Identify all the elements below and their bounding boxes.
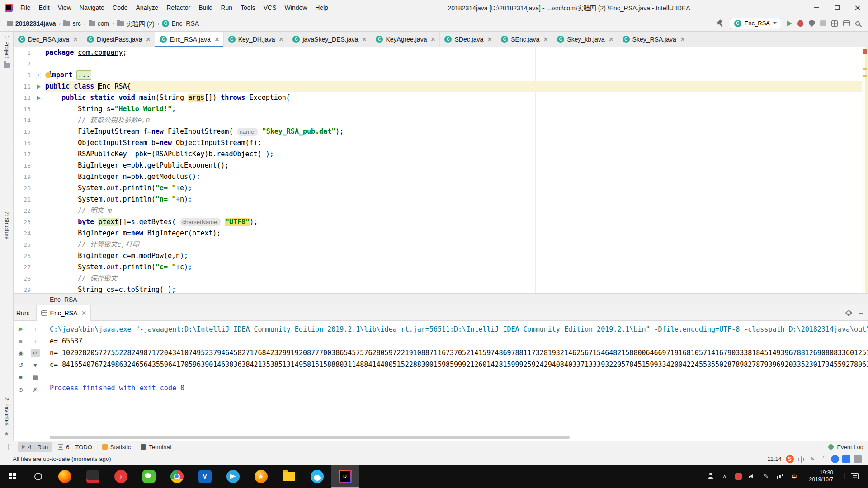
menu-file[interactable]: File (16, 0, 35, 15)
close-tab-icon[interactable] (73, 37, 77, 41)
build-hammer-icon[interactable] (717, 20, 724, 27)
maximize-button[interactable] (826, 0, 847, 15)
taskbar-app-intellij[interactable]: IJ (331, 465, 359, 488)
code-line[interactable]: 24 BigInteger m=new BigInteger(ptext); (14, 228, 862, 239)
gear-icon[interactable] (846, 310, 851, 315)
taskbar-app-music-red[interactable]: ♪ (107, 465, 135, 488)
start-button[interactable] (0, 465, 25, 488)
menu-help[interactable]: Help (311, 0, 332, 15)
screenshot-button[interactable]: ◉ (16, 349, 25, 357)
menu-run[interactable]: Run (217, 0, 236, 15)
tray-volume-icon[interactable] (749, 473, 756, 480)
handwriting-icon[interactable]: ✎ (808, 455, 816, 463)
run-config-dropdown[interactable]: C Enc_RSA (730, 18, 781, 29)
taskbar-app-vscode[interactable]: V (191, 465, 219, 488)
code-line[interactable]: 1package com.company; (14, 47, 862, 58)
editor-tab[interactable]: CEnc_RSA.java (155, 32, 223, 47)
favorites-star-icon[interactable]: ★ (4, 430, 9, 437)
menu-tools[interactable]: Tools (236, 0, 259, 15)
code-line[interactable]: 17 RSAPublicKey pbk=(RSAPublicKey)b.read… (14, 149, 862, 160)
cortana-button[interactable] (25, 465, 51, 488)
rerun-button[interactable]: ▶ (16, 324, 25, 333)
close-icon[interactable] (82, 311, 86, 315)
project-folder-icon[interactable] (4, 63, 10, 68)
close-tab-icon[interactable] (609, 37, 613, 41)
taskbar-clock[interactable]: 19:30 2019/10/7 (805, 469, 838, 483)
code-line[interactable]: 11public class Enc_RSA{ (14, 81, 862, 92)
code-line[interactable]: 20 System.out.println("e= "+e); (14, 183, 862, 194)
menu-vcs[interactable]: VCS (259, 0, 281, 15)
sogou-input-icon[interactable]: S (786, 455, 794, 463)
close-tab-icon[interactable] (279, 37, 283, 41)
editor-tab[interactable]: CSEnc.java (496, 32, 552, 47)
breadcrumb-item[interactable]: 20182314java (5, 20, 57, 27)
scroll-end-button[interactable]: ▼ (31, 361, 40, 369)
tray-user-icon[interactable] (707, 473, 714, 480)
up-stack-button[interactable]: ↑ (31, 324, 40, 333)
editor-tab[interactable]: CKey_DH.java (224, 32, 288, 47)
debug-button[interactable] (797, 20, 803, 27)
editor-tab[interactable]: CKeyAgree.java (371, 32, 440, 47)
code-line[interactable]: 25 // 计算密文c,打印 (14, 239, 862, 250)
run-gutter-icon[interactable] (33, 81, 44, 92)
taskbar-app-wechat[interactable] (135, 465, 163, 488)
close-tab-icon[interactable] (487, 37, 491, 41)
soft-keyboard-icon[interactable] (842, 455, 850, 463)
search-everywhere-icon[interactable] (855, 21, 860, 26)
print-button[interactable]: ▤ (31, 373, 40, 381)
breadcrumb-item[interactable]: com (87, 20, 111, 27)
stop-button[interactable]: ■ (16, 337, 25, 345)
tool-grid-icon[interactable] (831, 20, 838, 27)
menu-code[interactable]: Code (108, 0, 132, 15)
code-line[interactable]: 12 public static void main(String args[]… (14, 92, 862, 103)
code-line[interactable]: 14 // 获取公钥及参数e,n (14, 115, 862, 126)
close-tab-icon[interactable] (362, 37, 366, 41)
run-gutter-icon[interactable] (33, 92, 44, 103)
close-tab-icon[interactable] (543, 37, 547, 41)
menu-view[interactable]: View (54, 0, 75, 15)
hide-panel-icon[interactable] (859, 313, 863, 314)
taskbar-app-browser-orange[interactable]: ★ (247, 465, 275, 488)
close-button[interactable] (847, 0, 868, 15)
menu-analyze[interactable]: Analyze (132, 0, 163, 15)
restore-layout-button[interactable]: ↺ (16, 361, 25, 369)
code-line[interactable]: 3+import ... (14, 70, 862, 81)
code-line[interactable]: 28 // 保存密文 (14, 273, 862, 284)
code-line[interactable]: 2 (14, 58, 862, 70)
tool-window-button-run[interactable]: 4: Run (18, 442, 52, 452)
taskbar-app-firefox[interactable] (51, 465, 79, 488)
minimize-button[interactable] (806, 0, 826, 15)
menu-build[interactable]: Build (194, 0, 217, 15)
taskbar-app-tool-dark[interactable] (79, 465, 107, 488)
taskbar-app-telegram[interactable] (219, 465, 247, 488)
code-line[interactable]: 19 BigInteger n=pbk.getModulus(); (14, 171, 862, 183)
close-tab-icon[interactable] (146, 37, 150, 41)
error-stripe-mark[interactable] (863, 49, 867, 54)
taskbar-app-chrome[interactable] (163, 465, 191, 488)
settings-button[interactable]: ≡ (16, 373, 25, 381)
soft-wrap-button[interactable]: ↵ (31, 349, 40, 357)
tray-network-icon[interactable] (777, 473, 784, 480)
editor-scrollbar[interactable] (862, 47, 868, 293)
code-line[interactable]: 26 BigInteger c=m.modPow(e,n); (14, 250, 862, 262)
editor-tab[interactable]: CDigestPass.java (82, 32, 155, 47)
stop-button[interactable] (820, 20, 826, 26)
close-tab-icon[interactable] (431, 37, 435, 41)
breadcrumb-item[interactable]: src (62, 20, 82, 27)
code-line[interactable]: 22 // 明文 m (14, 205, 862, 216)
warning-stripe-mark[interactable] (863, 75, 867, 77)
down-stack-button[interactable]: ↓ (31, 337, 40, 345)
editor-tab[interactable]: CjavaSkey_DES.java (288, 32, 371, 47)
tray-lang-icon[interactable]: 中 (791, 473, 798, 480)
breadcrumb-item[interactable]: CEnc_RSA (160, 20, 200, 27)
menu-edit[interactable]: Edit (35, 0, 54, 15)
tray-pen-icon[interactable]: ✎ (763, 473, 770, 480)
code-line[interactable]: 18 BigInteger e=pbk.getPublicExponent(); (14, 160, 862, 171)
close-tab-icon[interactable] (215, 37, 219, 41)
code-line[interactable]: 27 System.out.println("c= "+c); (14, 262, 862, 273)
editor-tab[interactable]: CSkey_kb.java (552, 32, 618, 47)
tool-button-structure[interactable]: 7: Structure (4, 211, 10, 239)
code-line[interactable]: 15 FileInputStream f=new FileInputStream… (14, 126, 862, 137)
clear-button[interactable]: ✗ (31, 385, 40, 394)
run-console-tab[interactable]: Enc_RSA (36, 305, 91, 321)
